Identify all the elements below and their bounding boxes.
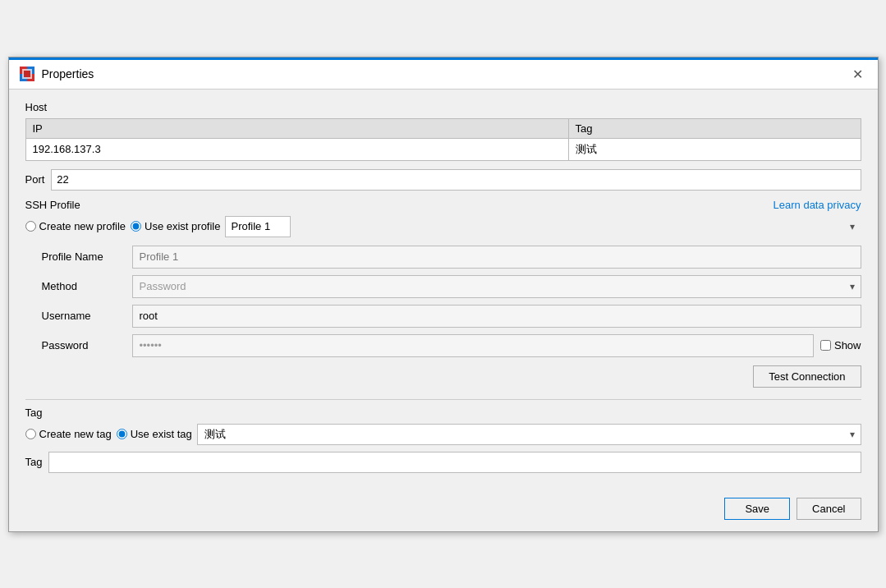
host-tag-cell: 测试 bbox=[568, 138, 861, 160]
port-input[interactable] bbox=[51, 169, 861, 191]
bottom-bar: Save Cancel bbox=[9, 498, 878, 531]
host-table-row: 192.168.137.3 测试 bbox=[25, 138, 861, 160]
learn-data-privacy-link[interactable]: Learn data privacy bbox=[774, 199, 861, 211]
create-profile-radio[interactable] bbox=[25, 221, 36, 232]
save-button[interactable]: Save bbox=[724, 498, 790, 520]
username-input[interactable] bbox=[132, 305, 861, 328]
method-select[interactable]: Password bbox=[132, 275, 861, 298]
create-tag-radio-group: Create new tag bbox=[25, 428, 112, 440]
host-section-label: Host bbox=[25, 101, 861, 113]
method-wrapper: Password bbox=[132, 275, 861, 298]
close-button[interactable]: ✕ bbox=[848, 64, 868, 84]
show-password-wrapper: Show bbox=[820, 339, 861, 351]
show-password-checkbox[interactable] bbox=[820, 340, 831, 351]
ssh-profile-radio-row: Create new profile Use exist profile Pro… bbox=[25, 216, 861, 237]
host-col-ip-header: IP bbox=[25, 118, 568, 138]
properties-window: Properties ✕ Host IP Tag 192.168.137.3 测… bbox=[8, 57, 879, 532]
host-table: IP Tag 192.168.137.3 测试 bbox=[25, 118, 861, 161]
tag-select-wrapper: 测试 bbox=[197, 424, 861, 445]
tag-input[interactable] bbox=[48, 452, 861, 473]
host-ip-cell: 192.168.137.3 bbox=[25, 138, 568, 160]
use-profile-label[interactable]: Use exist profile bbox=[145, 220, 220, 232]
svg-rect-5 bbox=[24, 71, 30, 77]
title-bar-left: Properties bbox=[19, 66, 94, 82]
window-title: Properties bbox=[42, 67, 94, 80]
create-tag-label[interactable]: Create new tag bbox=[39, 428, 112, 440]
profile-form-grid: Profile Name Method Password Username Pa… bbox=[42, 246, 861, 357]
use-tag-radio[interactable] bbox=[117, 429, 127, 439]
create-tag-radio[interactable] bbox=[25, 429, 36, 439]
host-col-tag-header: Tag bbox=[568, 118, 861, 138]
use-profile-radio[interactable] bbox=[131, 221, 141, 232]
create-profile-label[interactable]: Create new profile bbox=[39, 220, 126, 232]
tag-select[interactable]: 测试 bbox=[197, 424, 861, 445]
use-profile-radio-group: Use exist profile bbox=[131, 220, 220, 232]
tag-section-label: Tag bbox=[25, 407, 861, 419]
ssh-profile-section-label: SSH Profile bbox=[25, 199, 80, 211]
divider bbox=[25, 399, 861, 400]
cancel-button[interactable]: Cancel bbox=[796, 498, 861, 520]
ssh-profile-header: SSH Profile Learn data privacy bbox=[25, 199, 861, 211]
profile-name-label: Profile Name bbox=[42, 250, 132, 263]
profile-name-input[interactable] bbox=[132, 246, 861, 269]
tag-radio-row: Create new tag Use exist tag 测试 bbox=[25, 424, 861, 445]
test-connection-row: Test Connection bbox=[25, 365, 861, 388]
content-area: Host IP Tag 192.168.137.3 测试 Port SSH Pr bbox=[9, 90, 878, 498]
tag-input-label: Tag bbox=[25, 456, 43, 468]
port-row: Port bbox=[25, 169, 861, 191]
show-password-label[interactable]: Show bbox=[834, 339, 861, 351]
app-icon bbox=[19, 66, 35, 82]
password-label: Password bbox=[42, 339, 132, 351]
method-label: Method bbox=[42, 280, 132, 292]
use-tag-radio-group: Use exist tag bbox=[117, 428, 192, 440]
password-input[interactable] bbox=[132, 334, 814, 357]
port-label: Port bbox=[25, 173, 45, 186]
title-bar: Properties ✕ bbox=[9, 60, 878, 90]
profile-select-wrapper: Profile 1 bbox=[225, 216, 861, 237]
test-connection-button[interactable]: Test Connection bbox=[753, 365, 861, 388]
tag-input-row: Tag bbox=[25, 452, 861, 473]
username-label: Username bbox=[42, 310, 132, 322]
profile-select[interactable]: Profile 1 bbox=[225, 216, 291, 237]
use-tag-label[interactable]: Use exist tag bbox=[131, 428, 192, 440]
create-profile-radio-group: Create new profile bbox=[25, 220, 126, 232]
password-row: Show bbox=[132, 334, 861, 357]
